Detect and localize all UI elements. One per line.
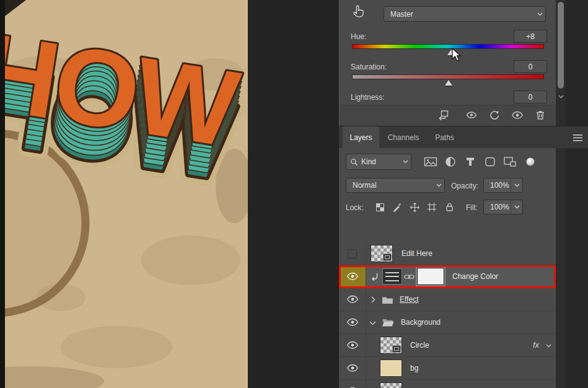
folder-closed-icon — [381, 295, 393, 304]
filter-type-layers-button[interactable] — [463, 155, 478, 169]
canvas-left-edge — [0, 0, 5, 388]
trash-icon — [535, 110, 546, 121]
targeted-adjustment-tool-button[interactable] — [351, 4, 367, 20]
layer-thumbnail[interactable] — [371, 245, 393, 262]
eye-icon — [346, 364, 359, 373]
chevron-down-icon — [511, 200, 522, 214]
hidden-eye-placeholder — [348, 249, 357, 258]
checkerboard-icon — [375, 203, 385, 212]
filter-pixel-layers-button[interactable] — [423, 155, 438, 169]
view-previous-state-button[interactable] — [463, 107, 480, 123]
panel-menu-button[interactable] — [572, 133, 583, 142]
fill-field[interactable]: 100% — [483, 200, 523, 214]
layer-fx-badge[interactable]: fx — [533, 340, 539, 350]
layer-mask-thumbnail[interactable] — [417, 268, 444, 285]
layer-visibility-toggle[interactable] — [339, 380, 366, 388]
shape-icon — [484, 156, 496, 167]
filter-adjustment-layers-button[interactable] — [443, 155, 458, 169]
chevron-down-icon — [433, 179, 444, 192]
lock-artboard-button[interactable] — [425, 201, 439, 213]
lock-position-button[interactable] — [408, 201, 421, 213]
group-name: Effect — [400, 288, 418, 311]
layer-row-effect-group[interactable]: Effect — [339, 288, 556, 311]
opacity-field[interactable]: 100% — [483, 178, 523, 193]
layer-row-change-color[interactable]: Change Color — [339, 265, 556, 288]
reset-icon — [488, 110, 501, 121]
layer-thumbnail[interactable] — [380, 337, 402, 354]
photoshop-window: HOW — [0, 0, 588, 388]
image-icon — [424, 156, 437, 167]
chevron-down-icon — [558, 95, 564, 99]
scroll-down-button[interactable] — [558, 93, 564, 100]
chevron-down-icon — [369, 321, 376, 325]
layer-row-bg[interactable]: bg — [339, 357, 556, 380]
layer-visibility-toggle[interactable] — [339, 334, 366, 356]
layer-row-edit-here[interactable]: Edit Here — [339, 242, 556, 265]
filter-kind-value: Kind — [361, 157, 400, 166]
smart-object-icon — [503, 156, 517, 167]
chevron-down-icon — [400, 154, 411, 169]
layer-name: Edit Here — [402, 242, 432, 265]
tab-layers[interactable]: Layers — [343, 126, 379, 149]
opacity-label: Opacity: — [451, 182, 478, 190]
reset-adjustment-button[interactable] — [486, 107, 502, 123]
tab-channels[interactable]: Channels — [379, 126, 428, 149]
saturation-label: Saturation: — [351, 63, 387, 71]
layer-visibility-toggle[interactable] — [339, 357, 366, 379]
filter-kind-select[interactable]: Kind — [346, 154, 411, 170]
eye-icon — [346, 272, 359, 281]
layer-name: Circle — [410, 334, 429, 356]
eye-icon — [346, 318, 359, 327]
group-collapse-toggle[interactable] — [369, 320, 376, 326]
clipping-mask-arrow-icon — [370, 272, 379, 281]
chevron-down-icon — [546, 344, 551, 348]
tab-paths[interactable]: Paths — [428, 126, 462, 149]
toggle-adjustment-visibility-button[interactable] — [509, 107, 525, 123]
layer-type-badge-icon — [392, 345, 401, 353]
channel-select-value: Master — [384, 10, 534, 19]
filter-shape-layers-button[interactable] — [483, 155, 498, 169]
channel-select[interactable]: Master — [384, 6, 546, 22]
group-name: Background — [401, 311, 441, 333]
hamburger-menu-icon — [573, 134, 582, 141]
layer-visibility-toggle[interactable] — [339, 311, 366, 333]
layers-scrollbar-track[interactable] — [556, 148, 566, 388]
hue-value-field[interactable]: +8 — [514, 30, 547, 43]
layer-visibility-toggle[interactable] — [339, 242, 366, 265]
fx-collapse-toggle[interactable] — [545, 343, 552, 348]
adjustment-layer-thumbnail[interactable] — [382, 268, 402, 284]
lock-image-pixels-button[interactable] — [390, 201, 404, 213]
properties-scrollbar-track[interactable] — [556, 0, 566, 126]
filter-toggle-button[interactable] — [523, 155, 538, 169]
layer-thumbnail[interactable] — [380, 359, 402, 377]
delete-adjustment-button[interactable] — [532, 107, 548, 123]
lock-all-button[interactable] — [442, 201, 456, 213]
clip-to-layer-button[interactable] — [434, 107, 450, 123]
saturation-slider[interactable] — [352, 74, 544, 79]
lock-transparency-button[interactable] — [373, 201, 387, 213]
opacity-value: 100% — [484, 181, 511, 190]
saturation-slider-thumb[interactable] — [445, 80, 452, 86]
layer-visibility-toggle[interactable] — [339, 288, 366, 311]
filter-smart-objects-button[interactable] — [502, 155, 517, 169]
eye-icon — [346, 295, 359, 304]
dock-gutter-top — [566, 0, 588, 126]
layer-visibility-toggle[interactable] — [339, 265, 366, 288]
hue-slider[interactable] — [352, 44, 544, 49]
layer-name: bg texture — [410, 380, 443, 388]
blend-mode-select[interactable]: Normal — [346, 178, 445, 193]
layer-type-badge-icon — [383, 254, 392, 261]
lightness-label: Lightness: — [351, 93, 385, 102]
properties-scrollbar-thumb[interactable] — [558, 2, 564, 89]
document-canvas[interactable]: HOW — [5, 0, 248, 388]
layer-row-circle[interactable]: Circle fx — [339, 334, 556, 357]
layer-row-bg-texture[interactable]: bg texture — [339, 380, 556, 388]
properties-footer — [340, 105, 556, 126]
lightness-value-field[interactable]: 0 — [514, 90, 547, 104]
mask-link-icon[interactable] — [404, 273, 415, 280]
saturation-value-field[interactable]: 0 — [514, 60, 547, 73]
layer-thumbnail[interactable] — [380, 382, 402, 388]
move-tool-icon — [410, 202, 420, 213]
layer-row-background-group[interactable]: Background — [339, 311, 556, 334]
group-collapse-toggle[interactable] — [370, 296, 376, 303]
